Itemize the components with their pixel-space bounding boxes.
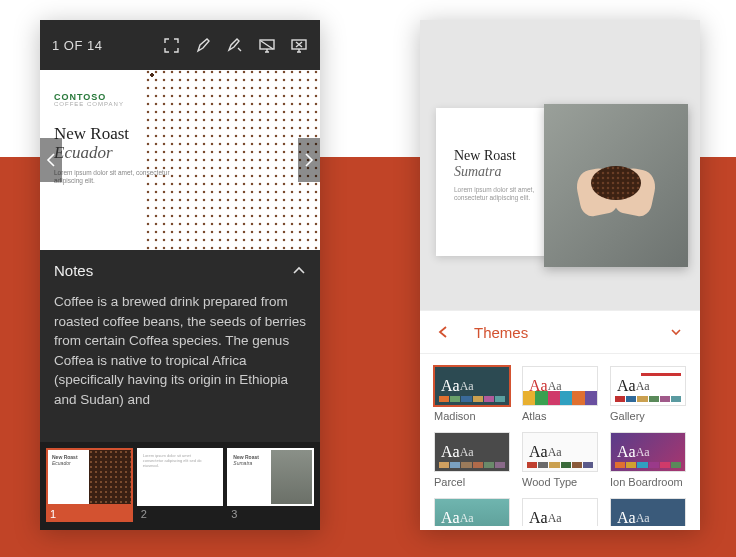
slide-subtitle: Ecuador [54, 143, 172, 163]
ribbon-tab-bar: Themes [420, 310, 700, 354]
end-show-icon[interactable] [290, 36, 308, 54]
back-button[interactable] [430, 321, 456, 343]
thumb-number: 1 [46, 506, 133, 522]
next-slide-button[interactable] [298, 138, 320, 182]
slide-subtitle: Sumatra [454, 164, 553, 180]
theme-name: Gallery [610, 410, 686, 422]
theme-name: Atlas [522, 410, 598, 422]
thumbnail[interactable]: New RoastSumatra 3 [227, 448, 314, 522]
theme-item[interactable]: AaAa [522, 498, 598, 526]
slide-body: Lorem ipsum dolor sit amet, consectetur … [454, 186, 553, 203]
collapse-icon[interactable] [292, 265, 306, 275]
thumbnail-strip[interactable]: New RoastEcuador 1 Lorem ipsum dolor sit… [40, 442, 320, 522]
more-button[interactable] [662, 323, 690, 341]
theme-item[interactable]: AaAaWood Type [522, 432, 598, 488]
theme-name: Ion Boardroom [610, 476, 686, 488]
thumbnail[interactable]: Lorem ipsum dolor sit amet consectetur a… [137, 448, 224, 522]
pen-icon[interactable] [194, 36, 212, 54]
slide-canvas-area[interactable]: New Roast Sumatra Lorem ipsum dolor sit … [420, 20, 700, 310]
slide-body: Lorem ipsum dolor sit amet, consectetur … [54, 169, 172, 186]
slide-image [544, 104, 688, 267]
theme-item[interactable]: AaAaIon Boardroom [610, 432, 686, 488]
theme-item[interactable]: AaAaParcel [434, 432, 510, 488]
theme-swatch[interactable]: AaAa [434, 366, 510, 406]
theme-swatch[interactable]: AaAa [522, 432, 598, 472]
theme-swatch[interactable]: AaAa [610, 432, 686, 472]
theme-item[interactable]: AaAa [610, 498, 686, 526]
theme-swatch[interactable]: AaAa [610, 498, 686, 526]
slide-title: New Roast [454, 148, 553, 164]
highlighter-icon[interactable] [226, 36, 244, 54]
notes-label: Notes [54, 262, 93, 279]
slide-counter: 1 OF 14 [52, 38, 102, 53]
thumb-number: 3 [227, 506, 314, 522]
theme-swatch[interactable]: AaAa [610, 366, 686, 406]
theme-swatch[interactable]: AaAa [522, 366, 598, 406]
presenter-view-phone: 1 OF 14 CONTOSO COFFEE COMPANY New Roast… [40, 20, 320, 530]
slide-title: New Roast [54, 125, 172, 143]
theme-name: Parcel [434, 476, 510, 488]
theme-swatch[interactable]: AaAa [434, 432, 510, 472]
notes-header[interactable]: Notes [40, 250, 320, 290]
toolbar: 1 OF 14 [40, 20, 320, 70]
theme-item[interactable]: AaAa [434, 498, 510, 526]
thumb-number: 2 [137, 506, 224, 522]
theme-item[interactable]: AaAaMadison [434, 366, 510, 422]
blank-screen-icon[interactable] [258, 36, 276, 54]
ribbon-tab-label[interactable]: Themes [474, 324, 528, 341]
prev-slide-button[interactable] [40, 138, 62, 182]
theme-swatch[interactable]: AaAa [522, 498, 598, 526]
theme-name: Madison [434, 410, 510, 422]
theme-name: Wood Type [522, 476, 598, 488]
slide-text-block: CONTOSO COFFEE COMPANY New Roast Ecuador… [54, 92, 172, 186]
slide-text-block: New Roast Sumatra Lorem ipsum dolor sit … [454, 148, 553, 203]
current-slide: CONTOSO COFFEE COMPANY New Roast Ecuador… [40, 70, 320, 250]
brand-tagline: COFFEE COMPANY [54, 101, 172, 107]
editor-phone: New Roast Sumatra Lorem ipsum dolor sit … [420, 20, 700, 530]
fullscreen-icon[interactable] [162, 36, 180, 54]
slide-preview[interactable]: New Roast Sumatra Lorem ipsum dolor sit … [436, 108, 684, 256]
theme-item[interactable]: AaAaAtlas [522, 366, 598, 422]
theme-item[interactable]: AaAaGallery [610, 366, 686, 422]
notes-body[interactable]: Coffee is a brewed drink prepared from r… [40, 290, 320, 442]
theme-swatch[interactable]: AaAa [434, 498, 510, 526]
themes-grid[interactable]: AaAaMadisonAaAaAtlasAaAaGalleryAaAaParce… [420, 354, 700, 526]
thumbnail[interactable]: New RoastEcuador 1 [46, 448, 133, 522]
slide-image [146, 70, 320, 250]
